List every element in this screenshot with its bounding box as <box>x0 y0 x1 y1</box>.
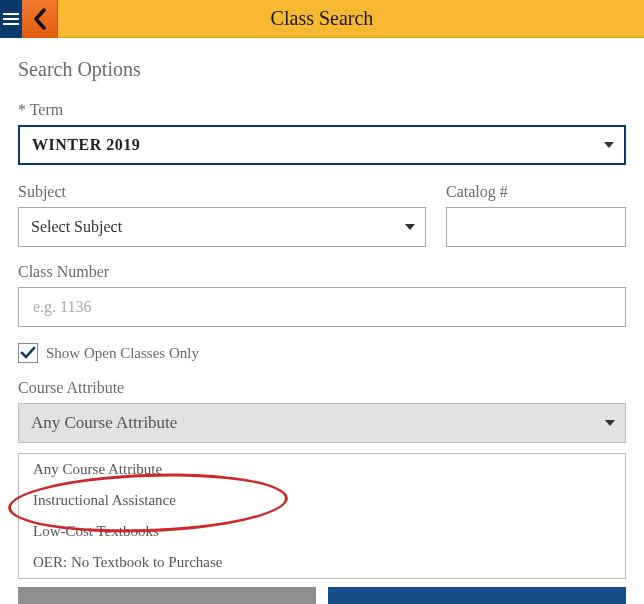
open-classes-checkbox[interactable] <box>18 343 38 363</box>
chevron-left-icon <box>32 8 48 30</box>
hamburger-icon[interactable] <box>0 0 22 38</box>
section-heading: Search Options <box>18 58 626 81</box>
course-attribute-select[interactable]: Any Course Attribute <box>18 403 626 443</box>
class-number-input[interactable] <box>31 297 613 317</box>
catalog-input[interactable] <box>459 217 613 237</box>
subject-select[interactable]: Select Subject <box>18 207 426 247</box>
dropdown-item[interactable]: OER: No Textbook to Purchase <box>19 547 625 578</box>
app-header: Class Search <box>0 0 644 38</box>
caret-down-icon <box>405 224 415 230</box>
checkmark-icon <box>20 345 36 361</box>
reset-button[interactable] <box>18 587 316 604</box>
term-value: WINTER 2019 <box>32 136 140 154</box>
term-label: * Term <box>18 101 626 119</box>
catalog-label: Catalog # <box>446 183 626 201</box>
search-form: Search Options * Term WINTER 2019 Subjec… <box>0 38 644 604</box>
search-button[interactable] <box>328 587 626 604</box>
page-title: Class Search <box>58 7 644 30</box>
course-attribute-label: Course Attribute <box>18 379 626 397</box>
action-buttons <box>18 587 626 604</box>
course-attribute-value: Any Course Attribute <box>31 413 177 433</box>
open-classes-checkbox-row: Show Open Classes Only <box>18 343 626 363</box>
dropdown-item[interactable]: Low-Cost Textbooks <box>19 516 625 547</box>
caret-down-icon <box>604 142 614 148</box>
dropdown-item[interactable]: Instructional Assistance <box>19 485 625 516</box>
dropdown-item[interactable]: Any Course Attribute <box>19 454 625 485</box>
subject-label: Subject <box>18 183 426 201</box>
catalog-input-wrapper <box>446 207 626 247</box>
back-button[interactable] <box>22 0 58 38</box>
caret-down-icon <box>605 420 615 426</box>
class-number-label: Class Number <box>18 263 626 281</box>
open-classes-label: Show Open Classes Only <box>46 345 199 362</box>
class-number-wrapper <box>18 287 626 327</box>
term-select[interactable]: WINTER 2019 <box>18 125 626 165</box>
course-attribute-dropdown: Any Course Attribute Instructional Assis… <box>18 453 626 579</box>
subject-value: Select Subject <box>31 218 122 236</box>
